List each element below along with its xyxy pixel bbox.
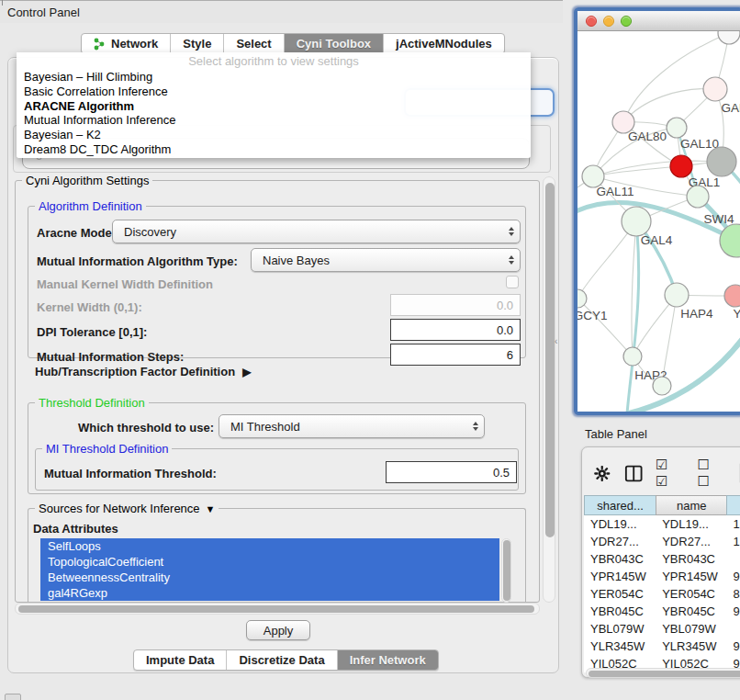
algorithm-definition-title: Algorithm Definition [35, 199, 146, 213]
stepper-arrows-icon [509, 255, 514, 265]
table-cell: YER054C [656, 585, 726, 603]
column-header-name[interactable]: name [656, 495, 726, 515]
which-threshold-combo[interactable]: MI Threshold [219, 414, 485, 438]
table-row[interactable]: YBL079WYBL079W [584, 620, 740, 638]
tab-select[interactable]: Select [224, 34, 284, 53]
dpi-tolerance-field[interactable]: 0.0 [390, 319, 521, 341]
algorithm-item[interactable]: Mutual Information Inference [17, 113, 531, 128]
tab-style[interactable]: Style [171, 34, 224, 53]
tab-discretize-data[interactable]: Discretize Data [227, 650, 337, 670]
column-header-third[interactable]: A [726, 495, 740, 515]
table-row[interactable]: YBR045CYBR045C9. [584, 603, 740, 620]
algorithm-dropdown-popup: Select algorithm to view settings Bayesi… [17, 52, 531, 158]
settings-vertical-scrollbar[interactable] [543, 176, 555, 603]
network-node-gal1[interactable] [670, 155, 692, 177]
node-table: shared... name A YDL19...YDL19...13YDR27… [584, 495, 740, 672]
manual-kernel-label: Manual Kernel Width Definition [37, 277, 213, 291]
collapse-down-icon[interactable]: ▼ [206, 503, 216, 514]
table-cell: 9. [726, 638, 740, 655]
algorithm-item[interactable]: Bayesian – K2 [17, 128, 531, 142]
algorithm-item[interactable]: ARACNE Algorithm [17, 99, 531, 114]
network-window-titlebar[interactable] [577, 11, 740, 31]
gear-icon[interactable] [593, 464, 611, 483]
aracne-mode-combo[interactable]: Discovery [112, 220, 521, 243]
table-cell: YDL19... [584, 515, 656, 533]
column-header-shared[interactable]: shared... [584, 495, 656, 515]
table-horizontal-scrollbar[interactable] [586, 668, 740, 678]
sources-title-row[interactable]: Sources for Network Inference ▼ [35, 502, 219, 515]
hub-definition-row[interactable]: Hub/Transcription Factor Definition ▶ [35, 365, 251, 378]
panel-divider-handle[interactable]: ‹ [555, 336, 557, 346]
network-node-y[interactable] [724, 285, 740, 307]
network-node-label: GAL11 [596, 185, 633, 198]
tab-network[interactable]: Network [82, 34, 171, 53]
mi-type-label: Mutual Information Algorithm Type: [37, 254, 238, 268]
columns-icon[interactable] [624, 464, 643, 483]
attribute-item-selected[interactable]: TopologicalCoefficient [40, 554, 499, 570]
attribute-item-selected[interactable]: gal4RGexp [40, 585, 499, 601]
network-node-gal10[interactable] [667, 118, 687, 138]
mi-threshold-label: Mutual Information Threshold: [44, 467, 217, 480]
network-node-gal[interactable] [703, 77, 727, 101]
table-row[interactable]: YPR145WYPR145W9. [584, 568, 740, 585]
close-window-icon[interactable] [586, 16, 597, 27]
attributes-scrollbar[interactable] [501, 538, 511, 603]
tab-cyni-toolbox[interactable]: Cyni Toolbox [285, 34, 384, 53]
tab-infer-network[interactable]: Infer Network [338, 650, 438, 670]
network-node-gcy1[interactable] [577, 289, 587, 308]
algorithm-item[interactable]: Basic Correlation Inference [17, 85, 531, 99]
unchecked-boxes-icon[interactable]: ☐ ☐ [698, 457, 727, 490]
attribute-item-selected[interactable]: BetweennessCentrality [40, 570, 499, 585]
network-node-swi4[interactable] [687, 186, 709, 208]
table-cell: YPR145W [584, 568, 656, 585]
apply-button[interactable]: Apply [246, 620, 310, 640]
mi-threshold-field[interactable]: 0.5 [386, 461, 517, 483]
checked-boxes-icon[interactable]: ☑ ☑ [656, 457, 685, 490]
expand-right-icon[interactable]: ▶ [242, 366, 251, 378]
network-view-window[interactable]: GALGAL80GAL10GAL1GAL11SWI4GAL4GCY1HAP4YH… [577, 11, 740, 412]
table-row[interactable]: YDL19...YDL19...13 [584, 515, 740, 533]
table-cell: YLR345W [656, 638, 726, 655]
network-edge [577, 299, 633, 356]
network-node[interactable] [707, 147, 736, 176]
mi-steps-field[interactable]: 6 [390, 344, 521, 366]
data-attributes-list: SelfLoopsTopologicalCoefficientBetweenne… [40, 538, 499, 601]
aracne-mode-label: Aracne Mode: [37, 226, 116, 240]
control-panel-title: Control Panel [7, 6, 80, 19]
algorithm-item[interactable]: Bayesian – Hill Climbing [17, 70, 531, 85]
network-node-label: GAL4 [641, 233, 673, 247]
manual-kernel-checkbox[interactable] [506, 276, 519, 288]
algorithm-item[interactable]: Dream8 DC_TDC Algorithm [17, 142, 531, 157]
network-node[interactable] [718, 31, 740, 44]
network-node-gal4[interactable] [622, 207, 651, 236]
table-cell: 9. [726, 568, 740, 585]
tab-impute-data[interactable]: Impute Data [134, 650, 227, 670]
attribute-item-selected[interactable]: SelfLoops [40, 538, 499, 554]
stepper-arrows-icon [509, 227, 514, 236]
cyni-algorithm-settings-title: Cyni Algorithm Settings [22, 174, 152, 187]
mi-threshold-title: MI Threshold Definition [42, 442, 172, 456]
table-cell: YBL079W [584, 620, 656, 638]
minimize-window-icon[interactable] [603, 16, 614, 27]
collapsed-panel-handle[interactable] [5, 694, 21, 700]
network-node[interactable] [653, 377, 671, 395]
tab-jactivemnodules[interactable]: jActiveMNodules [384, 34, 504, 53]
zoom-window-icon[interactable] [621, 16, 632, 27]
table-cell: YBR045C [584, 603, 656, 620]
network-node[interactable] [720, 224, 740, 257]
mi-type-combo[interactable]: Naive Bayes [251, 248, 521, 272]
table-cell: 12 [726, 533, 740, 550]
network-edge [593, 166, 681, 176]
settings-horizontal-scrollbar[interactable] [15, 603, 540, 615]
control-panel-titlebar: Control Panel ✕ [0, 0, 563, 23]
network-icon [94, 38, 106, 51]
table-cell [726, 550, 740, 568]
mi-steps-label: Mutual Information Steps: [37, 350, 184, 364]
table-row[interactable]: YER054CYER054C8. [584, 585, 740, 603]
table-row[interactable]: YDR27...YDR27...12 [584, 533, 740, 550]
table-row[interactable]: YLR345WYLR345W9. [584, 638, 740, 655]
table-row[interactable]: YBR043CYBR043C [584, 550, 740, 568]
network-node-hap2[interactable] [623, 347, 642, 366]
network-node-hap4[interactable] [665, 283, 689, 307]
network-canvas[interactable]: GALGAL80GAL10GAL1GAL11SWI4GAL4GCY1HAP4YH… [577, 31, 740, 412]
